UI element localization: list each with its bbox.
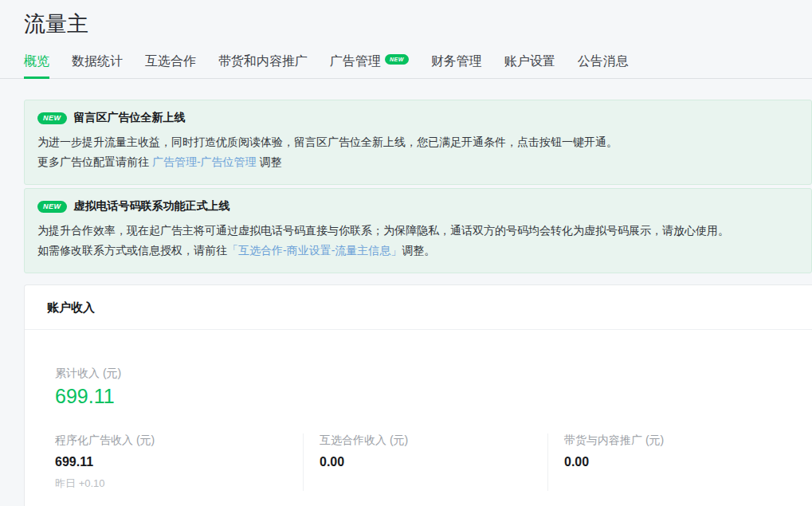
notice-body-line: 更多广告位配置请前往 广告管理-广告位管理 调整 (37, 152, 798, 172)
notice-title-row: NEW 留言区广告位全新上线 (37, 111, 798, 125)
traffic-owner-info-link[interactable]: 「互选合作-商业设置-流量主信息」 (227, 244, 402, 257)
account-income-card-body: 累计收入 (元) 699.11 程序化广告收入 (元) 699.11 昨日 +0… (25, 330, 812, 491)
page-header: 流量主 (0, 0, 812, 37)
tab-mutual-selection-label: 互选合作 (145, 53, 196, 69)
notice-list: NEW 留言区广告位全新上线 为进一步提升流量主收益，同时打造优质阅读体验，留言… (24, 100, 812, 273)
stat-sub-value: +0.10 (79, 477, 105, 489)
notice-body-line: 为进一步提升流量主收益，同时打造优质阅读体验，留言区广告位全新上线，您已满足开通… (37, 132, 798, 152)
tab-announcements-label: 公告消息 (578, 53, 629, 69)
tab-finance-management[interactable]: 财务管理 (431, 50, 482, 79)
total-income-value: 699.11 (55, 386, 812, 406)
stat-value: 0.00 (564, 454, 812, 469)
notice-title-row: NEW 虚拟电话号码联系功能正式上线 (37, 199, 798, 214)
notice-comment-ad: NEW 留言区广告位全新上线 为进一步提升流量主收益，同时打造优质阅读体验，留言… (24, 100, 812, 185)
new-badge: NEW (37, 112, 67, 124)
notice-virtual-phone: NEW 虚拟电话号码联系功能正式上线 为提升合作效率，现在起广告主将可通过虚拟电… (24, 188, 812, 273)
tab-ad-management-label: 广告管理 (330, 53, 381, 69)
stat-yesterday-change: 昨日 +0.10 (55, 477, 303, 489)
income-stats-row: 程序化广告收入 (元) 699.11 昨日 +0.10 互选合作收入 (元) 0… (25, 433, 812, 491)
page-title: 流量主 (24, 11, 812, 37)
tab-mutual-selection[interactable]: 互选合作 (145, 50, 196, 79)
stat-programmatic-ad-income: 程序化广告收入 (元) 699.11 昨日 +0.10 (25, 433, 303, 491)
stat-sub-label: 昨日 (55, 477, 76, 489)
tab-ad-management[interactable]: 广告管理 NEW (330, 50, 409, 79)
tab-goods-content-promotion-label: 带货和内容推广 (218, 53, 308, 69)
notice-line-suffix: 调整。 (402, 244, 435, 257)
tab-data-statistics-label: 数据统计 (72, 53, 123, 69)
notice-line-prefix: 更多广告位配置请前往 (37, 155, 152, 168)
tab-goods-content-promotion[interactable]: 带货和内容推广 (218, 50, 308, 79)
notice-body-line: 如需修改联系方式或信息授权，请前往「互选合作-商业设置-流量主信息」调整。 (37, 241, 798, 261)
stat-label: 程序化广告收入 (元) (55, 433, 303, 447)
notice-title: 留言区广告位全新上线 (74, 111, 186, 125)
notice-line-prefix: 如需修改联系方式或信息授权，请前往 (37, 244, 227, 257)
account-income-card: 账户收入 累计收入 (元) 699.11 程序化广告收入 (元) 699.11 … (24, 284, 812, 506)
new-badge: NEW (37, 201, 67, 213)
stat-label: 互选合作收入 (元) (320, 433, 547, 447)
tab-bar: 概览 数据统计 互选合作 带货和内容推广 广告管理 NEW 财务管理 账户设置 … (0, 50, 812, 79)
notice-body-line: 为提升合作效率，现在起广告主将可通过虚拟电话号码直接与你联系；为保障隐私，通话双… (37, 221, 798, 241)
tab-announcements[interactable]: 公告消息 (578, 50, 629, 79)
stat-value: 0.00 (320, 454, 547, 469)
notice-title: 虚拟电话号码联系功能正式上线 (74, 199, 230, 214)
ad-position-management-link[interactable]: 广告管理-广告位管理 (152, 155, 257, 168)
new-badge: NEW (385, 54, 409, 65)
notice-line-suffix: 调整 (257, 155, 282, 168)
tab-overview-label: 概览 (24, 53, 49, 69)
stat-label: 带货与内容推广 (元) (564, 433, 812, 447)
total-income-label: 累计收入 (元) (55, 367, 812, 380)
stat-goods-content-promotion-income: 带货与内容推广 (元) 0.00 (547, 433, 812, 491)
total-income-block: 累计收入 (元) 699.11 (25, 367, 812, 406)
tab-finance-management-label: 财务管理 (431, 53, 482, 69)
tab-account-settings-label: 账户设置 (504, 53, 555, 69)
account-income-card-title: 账户收入 (25, 285, 812, 330)
tab-data-statistics[interactable]: 数据统计 (72, 50, 123, 79)
tab-overview[interactable]: 概览 (24, 50, 49, 79)
stat-value: 699.11 (55, 454, 303, 469)
tab-account-settings[interactable]: 账户设置 (504, 50, 555, 79)
stat-mutual-selection-income: 互选合作收入 (元) 0.00 (303, 433, 547, 491)
